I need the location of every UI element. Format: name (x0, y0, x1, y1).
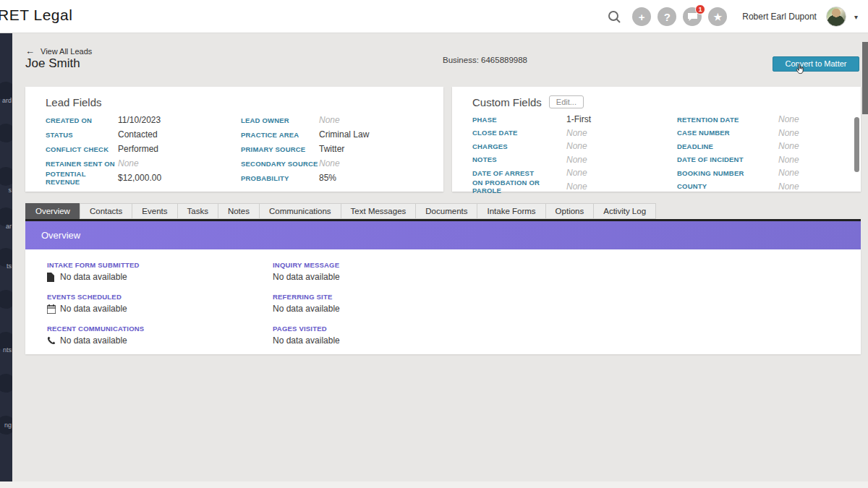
tab-documents[interactable]: Documents (415, 203, 477, 219)
field-value: None (778, 168, 799, 178)
lead-fields-left-column: CREATED ON11/10/2023 STATUSContacted CON… (46, 113, 235, 185)
field-label: DATE OF INCIDENT (677, 155, 778, 163)
overview-field-label: EVENTS SCHEDULED (47, 293, 273, 301)
field-row: CHARGESNone (472, 140, 657, 153)
field-value: None (778, 141, 799, 151)
nav-fragment[interactable]: ard (2, 97, 12, 104)
page-title: Joe Smith (25, 56, 80, 71)
nav-fragment[interactable]: ng (4, 421, 12, 429)
tab-overview[interactable]: Overview (25, 203, 80, 219)
field-value: None (778, 155, 799, 165)
field-label: DEADLINE (677, 142, 778, 150)
field-row: PRIMARY SOURCETwitter (241, 142, 443, 156)
search-icon[interactable] (605, 8, 623, 25)
field-label: COUNTY (677, 182, 778, 190)
overview-field-value: No data available (273, 335, 340, 346)
field-row: PRACTICE AREACriminal Law (241, 127, 443, 142)
field-label: NOTES (472, 155, 566, 163)
field-value: None (566, 155, 587, 165)
tab-tasks[interactable]: Tasks (177, 203, 218, 219)
chevron-down-icon[interactable]: ▾ (854, 13, 858, 21)
custom-fields-right-column: RETENTION DATENone CASE NUMBERNone DEADL… (657, 113, 861, 193)
overview-field: REFERRING SITE No data available (273, 293, 861, 314)
field-value: None (319, 115, 340, 125)
nav-fragment[interactable]: ar (6, 223, 12, 230)
tab-notes[interactable]: Notes (218, 203, 259, 219)
convert-to-matter-button[interactable]: Convert to Matter (773, 56, 859, 72)
field-value: $12,000.00 (118, 173, 161, 183)
document-icon (47, 273, 56, 282)
overview-right-column: INQUIRY MESSAGE No data available REFERR… (273, 261, 861, 356)
mouse-cursor-icon (794, 64, 804, 77)
custom-fields-title: Custom Fields (472, 96, 542, 108)
field-row: BOOKING NUMBERNone (677, 166, 861, 180)
overview-content-card: INTAKE FORM SUBMITTED No data available … (25, 249, 861, 354)
field-label: ON PROBATION OR PAROLE (472, 179, 566, 194)
custom-fields-card: Custom Fields Edit... PHASE1-First CLOSE… (452, 87, 861, 192)
overview-banner: Overview (25, 221, 861, 249)
field-value: None (566, 128, 587, 138)
field-cards-row: Lead Fields CREATED ON11/10/2023 STATUSC… (25, 87, 861, 192)
tab-text-messages[interactable]: Text Messages (341, 203, 416, 219)
tab-events[interactable]: Events (132, 203, 176, 219)
field-label: CONFLICT CHECK (46, 145, 118, 153)
card-scrollbar-thumb[interactable] (854, 117, 859, 172)
field-row: RETENTION DATENone (677, 113, 861, 127)
field-value: None (118, 158, 139, 168)
tab-options[interactable]: Options (545, 203, 594, 219)
tab-communications[interactable]: Communications (259, 203, 341, 219)
field-value: None (319, 158, 340, 168)
field-row: PHASE1-First (472, 113, 657, 127)
overview-left-column: INTAKE FORM SUBMITTED No data available … (47, 261, 273, 356)
field-row: PROBABILITY85% (241, 171, 443, 185)
field-label: SECONDARY SOURCE (241, 160, 319, 168)
field-row: CLOSE DATENone (472, 127, 657, 140)
field-label: CASE NUMBER (677, 129, 778, 137)
field-label: PROBABILITY (241, 174, 319, 182)
lead-detail-page: RET Legal + ? 1 ★ Robert Earl Dupont ▾ a… (0, 0, 868, 488)
field-value: 1-First (566, 114, 591, 124)
favorites-button[interactable]: ★ (708, 7, 727, 26)
plus-icon: + (639, 11, 645, 23)
tab-intake-forms[interactable]: Intake Forms (477, 203, 545, 219)
star-icon: ★ (713, 12, 722, 22)
field-label: LEAD OWNER (241, 116, 319, 124)
custom-fields-left-column: PHASE1-First CLOSE DATENone CHARGESNone … (472, 113, 657, 193)
header-actions: + ? 1 ★ Robert Earl Dupont ▾ (605, 7, 858, 27)
view-all-leads-link[interactable]: ← View All Leads (25, 46, 92, 56)
avatar[interactable] (826, 7, 846, 27)
nav-fragment[interactable]: ts (7, 262, 12, 270)
field-row: COUNTYNone (677, 180, 861, 194)
help-icon: ? (664, 11, 671, 23)
overview-field-value: No data available (60, 272, 127, 282)
field-row: ON PROBATION OR PAROLENone (472, 180, 657, 194)
nav-fragment[interactable]: nts (3, 346, 12, 354)
tab-contacts[interactable]: Contacts (80, 203, 132, 219)
field-row: CASE NUMBERNone (677, 127, 861, 140)
overview-field: INTAKE FORM SUBMITTED No data available (47, 261, 273, 282)
phone-icon (47, 336, 56, 345)
add-button[interactable]: + (632, 7, 651, 26)
back-arrow-icon: ← (25, 46, 35, 56)
edit-custom-fields-button[interactable]: Edit... (549, 95, 584, 108)
page-scrollbar-thumb[interactable] (862, 42, 868, 114)
overview-field: PAGES VISITED No data available (273, 325, 861, 346)
nav-fragment[interactable]: s (9, 187, 12, 194)
overview-field-value: No data available (273, 272, 340, 282)
tab-activity-log[interactable]: Activity Log (593, 203, 656, 219)
field-row: CONFLICT CHECKPerformed (46, 142, 235, 156)
overview-field: RECENT COMMUNICATIONS No data available (47, 325, 273, 346)
overview-field-value: No data available (60, 335, 127, 346)
business-phone-label: Business: 6465889988 (443, 56, 527, 64)
messages-button[interactable]: 1 (683, 7, 702, 26)
field-value: None (778, 114, 799, 124)
field-label: RETAINER SENT ON (46, 160, 118, 168)
field-row: RETAINER SENT ONNone (46, 156, 235, 171)
field-row: POTENTIAL REVENUE$12,000.00 (46, 171, 235, 185)
help-button[interactable]: ? (658, 7, 676, 26)
left-nav-rail[interactable]: ard s ar ts nts ng (0, 33, 12, 488)
overview-field-label: PAGES VISITED (273, 325, 861, 333)
lead-tabs: Overview Contacts Events Tasks Notes Com… (25, 203, 656, 219)
overview-field: INQUIRY MESSAGE No data available (273, 261, 861, 282)
field-row: DEADLINENone (677, 140, 861, 153)
